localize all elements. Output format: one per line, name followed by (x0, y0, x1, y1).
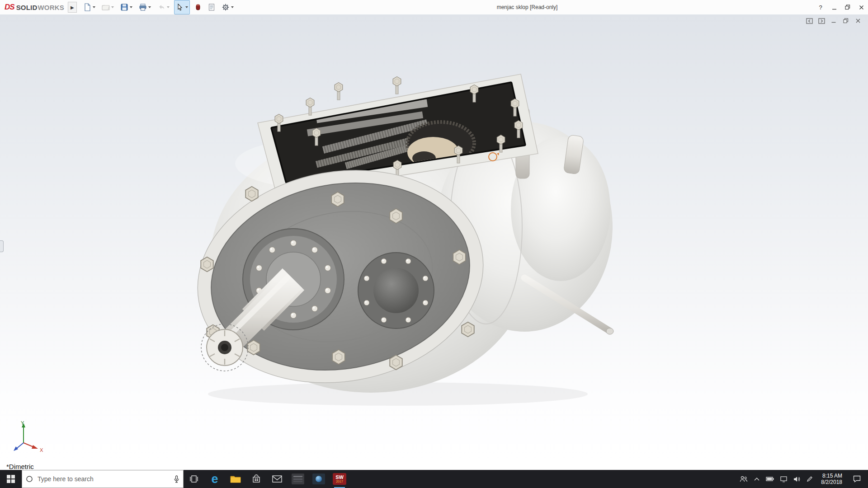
gearbox-model[interactable] (0, 14, 868, 470)
file-explorer-button[interactable] (225, 470, 246, 488)
solidworks-logo: DS SOLID WORKS (0, 3, 68, 12)
doc-minimize-icon (831, 18, 836, 23)
document-properties-button[interactable] (206, 0, 217, 14)
edge-icon: e (211, 473, 218, 485)
x-axis-arrow (32, 445, 38, 449)
clock-time: 8:15 AM (822, 473, 842, 479)
options-button[interactable] (220, 0, 236, 14)
mail-icon (272, 475, 282, 483)
pane-left-icon (806, 18, 813, 24)
select-tool-button[interactable] (174, 0, 190, 14)
quick-access-toolbar (81, 0, 236, 14)
logo-text-secondary: WORKS (38, 4, 64, 11)
volume-icon (793, 476, 800, 482)
display-button[interactable] (780, 476, 787, 482)
pane-right-icon (818, 18, 825, 24)
search-input[interactable] (37, 475, 170, 483)
graphics-area[interactable]: Y X *Dimetric (0, 14, 868, 470)
printer-icon (139, 3, 147, 11)
document-properties-icon (208, 3, 215, 11)
solidworks-window: DS SOLID WORKS ▶ (0, 0, 868, 488)
expand-pane-left-button[interactable] (806, 17, 813, 24)
undo-arrow-icon (157, 3, 165, 11)
show-hidden-icons-button[interactable] (754, 477, 760, 481)
select-cursor-icon (176, 3, 184, 11)
x-axis-label: X (40, 447, 43, 453)
doc-minimize-button[interactable] (830, 17, 837, 24)
windows-taskbar: e SW 2017 (0, 470, 868, 488)
pinned-app-1-icon (292, 474, 304, 484)
close-button[interactable] (854, 1, 868, 14)
solidworks-taskbar-icon: SW 2017 (333, 473, 346, 485)
document-title: menjac sklop [Read-only] (497, 0, 558, 14)
minimize-icon (832, 5, 837, 10)
restore-button[interactable] (841, 1, 854, 14)
pinned-app-2-icon (312, 474, 325, 484)
output-cover[interactable] (358, 253, 434, 328)
open-folder-icon (102, 3, 110, 11)
task-view-button[interactable] (184, 470, 204, 488)
doc-close-icon (855, 18, 861, 23)
sw-badge-year: 2017 (336, 480, 343, 483)
windows-logo-icon (7, 475, 15, 483)
store-button[interactable] (246, 470, 267, 488)
cortana-icon (26, 475, 33, 483)
z-axis-arrow (14, 446, 18, 451)
people-icon (740, 476, 748, 482)
open-button[interactable] (100, 0, 116, 14)
battery-button[interactable] (766, 477, 774, 481)
pinned-app-1-button[interactable] (288, 470, 308, 488)
clock-date: 8/2/2018 (821, 479, 842, 485)
document-window-controls (806, 17, 862, 24)
menu-flyout-arrow[interactable]: ▶ (68, 2, 77, 13)
minimize-button[interactable] (827, 1, 841, 14)
display-icon (780, 476, 787, 482)
pen-button[interactable] (807, 476, 813, 482)
ds-logo-icon: DS (5, 3, 14, 12)
orientation-triad[interactable]: Y X (6, 419, 47, 460)
appearances-icon (194, 3, 202, 11)
store-icon (252, 474, 261, 483)
close-icon (859, 5, 864, 10)
file-explorer-icon (230, 474, 241, 483)
taskbar-search[interactable] (22, 470, 184, 488)
y-axis-label: Y (21, 420, 24, 426)
sw-badge-label: SW (335, 475, 344, 480)
mail-button[interactable] (267, 470, 288, 488)
feature-tree-splitter-handle[interactable] (0, 240, 4, 252)
microphone-icon[interactable] (174, 475, 179, 483)
expand-pane-right-button[interactable] (818, 17, 825, 24)
save-button[interactable] (118, 0, 134, 14)
print-button[interactable] (137, 0, 153, 14)
start-button[interactable] (0, 470, 22, 488)
view-orientation-label: *Dimetric (6, 463, 34, 470)
logo-text-primary: SOLID (16, 4, 38, 11)
new-document-button[interactable] (81, 0, 97, 14)
edge-button[interactable]: e (204, 470, 225, 488)
doc-restore-icon (843, 18, 849, 23)
chevron-up-icon (754, 477, 760, 481)
appearances-button[interactable] (193, 0, 203, 14)
task-view-icon (189, 475, 198, 483)
people-button[interactable] (740, 476, 748, 482)
help-button[interactable]: ? (814, 1, 827, 14)
new-document-icon (83, 3, 91, 11)
action-center-button[interactable] (850, 475, 863, 483)
restore-icon (845, 5, 850, 10)
window-controls: ? (814, 0, 868, 14)
title-bar: DS SOLID WORKS ▶ (0, 0, 868, 15)
options-gear-icon (222, 3, 230, 11)
battery-icon (766, 477, 774, 481)
doc-restore-button[interactable] (842, 17, 849, 24)
action-center-icon (853, 475, 861, 483)
pen-icon (807, 476, 813, 482)
solidworks-taskbar-button[interactable]: SW 2017 (329, 470, 350, 488)
taskbar-clock[interactable]: 8:15 AM 8/2/2018 (819, 473, 844, 485)
system-tray: 8:15 AM 8/2/2018 (740, 470, 868, 488)
save-floppy-icon (120, 3, 128, 11)
doc-close-button[interactable] (854, 17, 862, 24)
undo-button[interactable] (156, 0, 171, 14)
pinned-app-2-button[interactable] (308, 470, 329, 488)
volume-button[interactable] (793, 476, 800, 482)
